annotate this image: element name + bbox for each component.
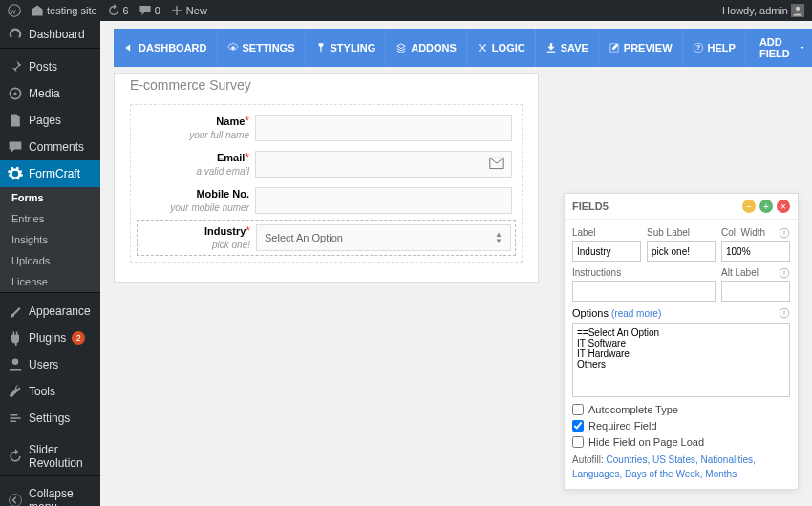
menu-tools[interactable]: Tools <box>0 378 100 405</box>
tb-addons[interactable]: ADDONS <box>386 29 467 67</box>
plug-icon <box>8 330 23 346</box>
add-field-button[interactable]: ADD FIELD <box>746 29 812 67</box>
tb-help[interactable]: ?HELP <box>683 29 746 67</box>
field-panel: FIELD5 − + × Label Sub Label Col. Widthi… <box>564 193 799 490</box>
avatar-icon <box>791 4 804 17</box>
chk-hide[interactable]: Hide Field on Page Load <box>572 436 790 448</box>
menu-slider-rev[interactable]: Slider Revolution <box>0 437 100 475</box>
mail-icon <box>489 157 504 173</box>
menu-media[interactable]: Media <box>0 80 100 107</box>
brush-icon <box>8 304 23 319</box>
industry-select[interactable]: Select An Option▲▼ <box>256 224 511 251</box>
duplicate-button[interactable]: + <box>759 200 773 213</box>
tb-logic[interactable]: LOGIC <box>467 29 536 67</box>
tb-settings[interactable]: SETTINGS <box>218 29 306 67</box>
menu-pages[interactable]: Pages <box>0 107 100 134</box>
field-industry[interactable]: Industry*pick one! Select An Option▲▼ <box>137 220 516 256</box>
options-textarea[interactable]: ==Select An Option IT Software IT Hardwa… <box>572 323 790 397</box>
svg-point-4 <box>13 92 16 95</box>
new-link[interactable]: New <box>170 4 207 17</box>
pin-icon <box>8 59 23 74</box>
menu-comments[interactable]: Comments <box>0 134 100 160</box>
panel-colw-input[interactable] <box>721 241 790 262</box>
sub-insights[interactable]: Insights <box>0 229 100 250</box>
tb-save[interactable]: SAVE <box>536 29 599 67</box>
field-mobile[interactable]: Mobile No.your mobile numer <box>140 187 512 214</box>
dashboard-icon <box>8 27 23 42</box>
panel-sublabel-input[interactable] <box>647 241 716 262</box>
content: DASHBOARD SETTINGS STYLING ADDONS LOGIC … <box>100 21 812 506</box>
page-icon <box>8 113 23 128</box>
refresh-icon <box>8 449 23 464</box>
menu-formcraft[interactable]: FormCraft <box>0 160 100 187</box>
svg-point-5 <box>12 359 18 365</box>
tb-dashboard[interactable]: DASHBOARD <box>114 29 218 67</box>
svg-point-6 <box>10 495 22 506</box>
form-title: E-commerce Survey <box>130 74 523 104</box>
admin-bar: testing site 6 0 New Howdy, admin <box>0 0 812 21</box>
sub-entries[interactable]: Entries <box>0 208 100 229</box>
submenu-formcraft: Forms Entries Insights Uploads License <box>0 187 100 292</box>
updates-link[interactable]: 6 <box>107 4 129 17</box>
tb-styling[interactable]: STYLING <box>306 29 387 67</box>
comments-link[interactable]: 0 <box>139 4 160 17</box>
comment-icon <box>8 139 23 155</box>
sub-uploads[interactable]: Uploads <box>0 250 100 271</box>
toolbar: DASHBOARD SETTINGS STYLING ADDONS LOGIC … <box>114 29 799 67</box>
tb-preview[interactable]: PREVIEW <box>599 29 683 67</box>
gear-icon <box>8 166 23 181</box>
svg-text:?: ? <box>696 44 700 51</box>
menu-users[interactable]: Users <box>0 351 100 378</box>
media-icon <box>8 86 23 101</box>
panel-instructions-input[interactable] <box>572 281 716 302</box>
mobile-input[interactable] <box>255 187 512 214</box>
site-link[interactable]: testing site <box>31 4 97 17</box>
plugin-update-badge: 2 <box>72 331 85 345</box>
panel-label-input[interactable] <box>572 241 641 262</box>
svg-point-2 <box>796 7 800 11</box>
updown-icon: ▲▼ <box>495 231 502 244</box>
svg-text:i: i <box>783 309 785 316</box>
howdy[interactable]: Howdy, admin <box>722 4 804 17</box>
panel-title: FIELD5 <box>572 200 609 212</box>
svg-text:i: i <box>783 229 785 236</box>
readmore-link[interactable]: (read more) <box>611 308 661 319</box>
field-name[interactable]: Name*your full name <box>140 115 512 141</box>
sub-forms[interactable]: Forms <box>0 187 100 208</box>
menu-appearance[interactable]: Appearance <box>0 298 100 325</box>
menu-collapse[interactable]: Collapse menu <box>0 481 100 506</box>
field-email[interactable]: Email*a valid email <box>140 151 512 178</box>
chk-autocomplete[interactable]: Autocomplete Type <box>572 404 790 415</box>
menu-plugins[interactable]: Plugins2 <box>0 325 100 351</box>
admin-sidebar: Dashboard Posts Media Pages Comments For… <box>0 21 100 506</box>
info-icon[interactable]: i <box>779 307 790 319</box>
form-card: E-commerce Survey Name*your full name Em… <box>114 73 539 283</box>
panel-alt-input[interactable] <box>721 281 790 302</box>
collapse-icon <box>8 493 23 506</box>
info-icon[interactable]: i <box>779 227 790 239</box>
close-button[interactable]: × <box>777 200 790 213</box>
svg-text:i: i <box>783 269 785 276</box>
info-icon[interactable]: i <box>779 267 790 279</box>
wrench-icon <box>8 384 23 399</box>
email-input[interactable] <box>255 151 512 178</box>
chevron-down-icon <box>800 43 805 53</box>
name-input[interactable] <box>255 115 512 141</box>
minimize-button[interactable]: − <box>742 200 756 213</box>
menu-dashboard[interactable]: Dashboard <box>0 21 100 48</box>
menu-settings[interactable]: Settings <box>0 405 100 432</box>
wp-logo[interactable] <box>8 4 21 17</box>
menu-posts[interactable]: Posts <box>0 53 100 80</box>
chk-required[interactable]: Required Field <box>572 420 790 432</box>
sliders-icon <box>8 411 23 426</box>
user-icon <box>8 357 23 372</box>
sub-license[interactable]: License <box>0 271 100 292</box>
autofill-text: Autofill: Countries, US States, National… <box>572 453 790 481</box>
